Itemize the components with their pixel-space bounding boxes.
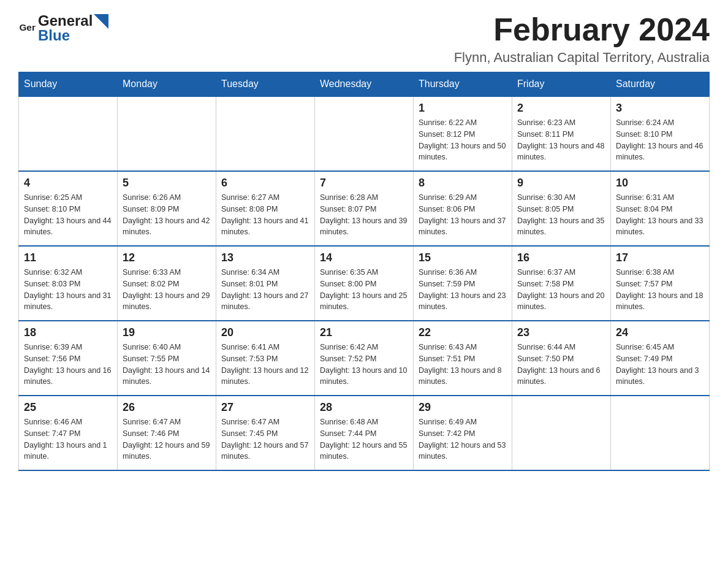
svg-text:General: General bbox=[19, 22, 36, 33]
day-number: 13 bbox=[221, 251, 309, 264]
calendar-week-row: 18Sunrise: 6:39 AMSunset: 7:56 PMDayligh… bbox=[19, 321, 710, 396]
col-thursday: Thursday bbox=[414, 72, 512, 97]
day-number: 29 bbox=[419, 401, 507, 414]
day-info: Sunrise: 6:41 AMSunset: 7:53 PMDaylight:… bbox=[221, 342, 309, 388]
day-number: 14 bbox=[320, 251, 408, 264]
table-row bbox=[19, 96, 118, 171]
calendar-week-row: 11Sunrise: 6:32 AMSunset: 8:03 PMDayligh… bbox=[19, 246, 710, 321]
table-row: 19Sunrise: 6:40 AMSunset: 7:55 PMDayligh… bbox=[118, 321, 216, 396]
day-number: 23 bbox=[517, 326, 605, 339]
day-info: Sunrise: 6:31 AMSunset: 8:04 PMDaylight:… bbox=[616, 192, 704, 238]
day-info: Sunrise: 6:44 AMSunset: 7:50 PMDaylight:… bbox=[517, 342, 605, 388]
day-info: Sunrise: 6:22 AMSunset: 8:12 PMDaylight:… bbox=[419, 117, 507, 163]
table-row: 1Sunrise: 6:22 AMSunset: 8:12 PMDaylight… bbox=[414, 96, 512, 171]
title-block: February 2024 Flynn, Australian Capital … bbox=[454, 12, 710, 66]
table-row: 20Sunrise: 6:41 AMSunset: 7:53 PMDayligh… bbox=[216, 321, 315, 396]
day-info: Sunrise: 6:40 AMSunset: 7:55 PMDaylight:… bbox=[123, 342, 211, 388]
table-row bbox=[512, 396, 611, 470]
table-row: 24Sunrise: 6:45 AMSunset: 7:49 PMDayligh… bbox=[611, 321, 710, 396]
day-info: Sunrise: 6:39 AMSunset: 7:56 PMDaylight:… bbox=[24, 342, 112, 388]
day-info: Sunrise: 6:49 AMSunset: 7:42 PMDaylight:… bbox=[419, 416, 507, 462]
col-wednesday: Wednesday bbox=[315, 72, 414, 97]
day-info: Sunrise: 6:32 AMSunset: 8:03 PMDaylight:… bbox=[24, 267, 112, 313]
table-row bbox=[611, 396, 710, 470]
table-row: 12Sunrise: 6:33 AMSunset: 8:02 PMDayligh… bbox=[118, 246, 216, 321]
logo-icon: General bbox=[18, 20, 36, 37]
day-number: 1 bbox=[419, 102, 507, 115]
table-row: 13Sunrise: 6:34 AMSunset: 8:01 PMDayligh… bbox=[216, 246, 315, 321]
calendar-week-row: 4Sunrise: 6:25 AMSunset: 8:10 PMDaylight… bbox=[19, 171, 710, 246]
day-info: Sunrise: 6:45 AMSunset: 7:49 PMDaylight:… bbox=[616, 342, 704, 388]
day-info: Sunrise: 6:35 AMSunset: 8:00 PMDaylight:… bbox=[320, 267, 408, 313]
location-title: Flynn, Australian Capital Territory, Aus… bbox=[454, 50, 710, 66]
table-row: 9Sunrise: 6:30 AMSunset: 8:05 PMDaylight… bbox=[512, 171, 611, 246]
day-number: 3 bbox=[616, 102, 704, 115]
day-number: 28 bbox=[320, 401, 408, 414]
col-friday: Friday bbox=[512, 72, 611, 97]
table-row: 7Sunrise: 6:28 AMSunset: 8:07 PMDaylight… bbox=[315, 171, 414, 246]
day-number: 21 bbox=[320, 326, 408, 339]
day-info: Sunrise: 6:29 AMSunset: 8:06 PMDaylight:… bbox=[419, 192, 507, 238]
col-monday: Monday bbox=[118, 72, 216, 97]
table-row: 18Sunrise: 6:39 AMSunset: 7:56 PMDayligh… bbox=[19, 321, 118, 396]
day-number: 7 bbox=[320, 177, 408, 190]
day-info: Sunrise: 6:47 AMSunset: 7:45 PMDaylight:… bbox=[221, 416, 309, 462]
day-info: Sunrise: 6:24 AMSunset: 8:10 PMDaylight:… bbox=[616, 117, 704, 163]
table-row: 10Sunrise: 6:31 AMSunset: 8:04 PMDayligh… bbox=[611, 171, 710, 246]
table-row bbox=[315, 96, 414, 171]
day-number: 4 bbox=[24, 177, 112, 190]
day-info: Sunrise: 6:27 AMSunset: 8:08 PMDaylight:… bbox=[221, 192, 309, 238]
table-row bbox=[118, 96, 216, 171]
table-row: 11Sunrise: 6:32 AMSunset: 8:03 PMDayligh… bbox=[19, 246, 118, 321]
table-row: 15Sunrise: 6:36 AMSunset: 7:59 PMDayligh… bbox=[414, 246, 512, 321]
day-info: Sunrise: 6:37 AMSunset: 7:58 PMDaylight:… bbox=[517, 267, 605, 313]
col-saturday: Saturday bbox=[611, 72, 710, 97]
day-number: 11 bbox=[24, 251, 112, 264]
day-info: Sunrise: 6:33 AMSunset: 8:02 PMDaylight:… bbox=[123, 267, 211, 313]
table-row: 25Sunrise: 6:46 AMSunset: 7:47 PMDayligh… bbox=[19, 396, 118, 470]
table-row: 5Sunrise: 6:26 AMSunset: 8:09 PMDaylight… bbox=[118, 171, 216, 246]
logo-triangle-icon bbox=[94, 14, 108, 29]
table-row: 14Sunrise: 6:35 AMSunset: 8:00 PMDayligh… bbox=[315, 246, 414, 321]
table-row: 21Sunrise: 6:42 AMSunset: 7:52 PMDayligh… bbox=[315, 321, 414, 396]
page-header: General General Blue February 2024 Flynn… bbox=[18, 12, 710, 66]
day-number: 18 bbox=[24, 326, 112, 339]
day-number: 12 bbox=[123, 251, 211, 264]
day-number: 16 bbox=[517, 251, 605, 264]
day-info: Sunrise: 6:48 AMSunset: 7:44 PMDaylight:… bbox=[320, 416, 408, 462]
day-number: 6 bbox=[221, 177, 309, 190]
logo: General General Blue bbox=[18, 12, 108, 44]
day-number: 8 bbox=[419, 177, 507, 190]
day-number: 26 bbox=[123, 401, 211, 414]
day-number: 10 bbox=[616, 177, 704, 190]
day-number: 5 bbox=[123, 177, 211, 190]
table-row: 17Sunrise: 6:38 AMSunset: 7:57 PMDayligh… bbox=[611, 246, 710, 321]
table-row: 4Sunrise: 6:25 AMSunset: 8:10 PMDaylight… bbox=[19, 171, 118, 246]
month-title: February 2024 bbox=[454, 12, 710, 47]
table-row: 8Sunrise: 6:29 AMSunset: 8:06 PMDaylight… bbox=[414, 171, 512, 246]
day-info: Sunrise: 6:26 AMSunset: 8:09 PMDaylight:… bbox=[123, 192, 211, 238]
day-info: Sunrise: 6:34 AMSunset: 8:01 PMDaylight:… bbox=[221, 267, 309, 313]
svg-marker-1 bbox=[94, 14, 108, 29]
table-row: 27Sunrise: 6:47 AMSunset: 7:45 PMDayligh… bbox=[216, 396, 315, 470]
day-info: Sunrise: 6:23 AMSunset: 8:11 PMDaylight:… bbox=[517, 117, 605, 163]
day-info: Sunrise: 6:25 AMSunset: 8:10 PMDaylight:… bbox=[24, 192, 112, 238]
col-sunday: Sunday bbox=[19, 72, 118, 97]
col-tuesday: Tuesday bbox=[216, 72, 315, 97]
table-row: 28Sunrise: 6:48 AMSunset: 7:44 PMDayligh… bbox=[315, 396, 414, 470]
day-number: 22 bbox=[419, 326, 507, 339]
day-number: 24 bbox=[616, 326, 704, 339]
day-number: 20 bbox=[221, 326, 309, 339]
table-row: 23Sunrise: 6:44 AMSunset: 7:50 PMDayligh… bbox=[512, 321, 611, 396]
table-row: 2Sunrise: 6:23 AMSunset: 8:11 PMDaylight… bbox=[512, 96, 611, 171]
calendar-week-row: 1Sunrise: 6:22 AMSunset: 8:12 PMDaylight… bbox=[19, 96, 710, 171]
day-number: 9 bbox=[517, 177, 605, 190]
table-row: 26Sunrise: 6:47 AMSunset: 7:46 PMDayligh… bbox=[118, 396, 216, 470]
day-number: 17 bbox=[616, 251, 704, 264]
table-row: 3Sunrise: 6:24 AMSunset: 8:10 PMDaylight… bbox=[611, 96, 710, 171]
day-number: 15 bbox=[419, 251, 507, 264]
table-row: 22Sunrise: 6:43 AMSunset: 7:51 PMDayligh… bbox=[414, 321, 512, 396]
day-info: Sunrise: 6:38 AMSunset: 7:57 PMDaylight:… bbox=[616, 267, 704, 313]
day-number: 19 bbox=[123, 326, 211, 339]
day-info: Sunrise: 6:46 AMSunset: 7:47 PMDaylight:… bbox=[24, 416, 112, 462]
